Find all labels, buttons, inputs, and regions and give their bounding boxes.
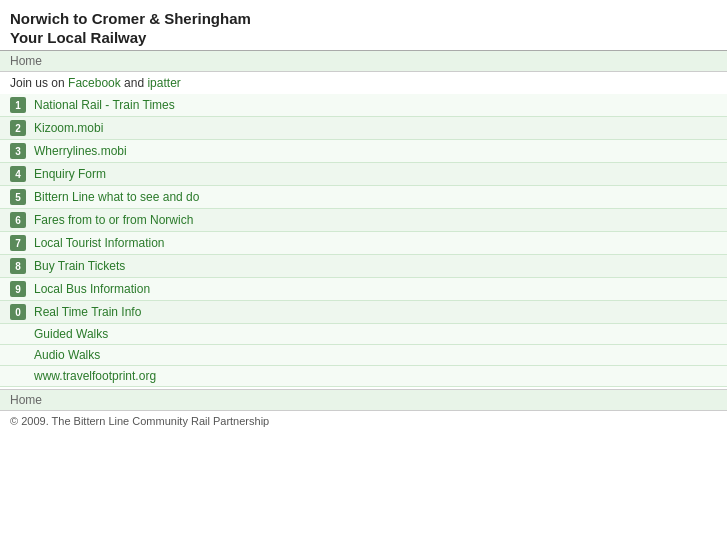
menu-badge: 6 bbox=[10, 212, 26, 228]
facebook-link[interactable]: Facebook bbox=[68, 76, 121, 90]
sub-link[interactable]: www.travelfootprint.org bbox=[34, 369, 156, 383]
sub-item-1[interactable]: Guided Walks bbox=[0, 324, 727, 345]
menu-badge: 9 bbox=[10, 281, 26, 297]
home-link-top[interactable]: Home bbox=[10, 54, 42, 68]
menu-link[interactable]: Buy Train Tickets bbox=[34, 259, 125, 273]
menu-list: 1National Rail - Train Times2Kizoom.mobi… bbox=[0, 94, 727, 324]
menu-item-3[interactable]: 3Wherrylines.mobi bbox=[0, 140, 727, 163]
menu-link[interactable]: Real Time Train Info bbox=[34, 305, 141, 319]
join-and-text: and bbox=[121, 76, 148, 90]
page-title-line2: Your Local Railway bbox=[10, 29, 717, 46]
menu-item-4[interactable]: 4Enquiry Form bbox=[0, 163, 727, 186]
menu-link[interactable]: Local Tourist Information bbox=[34, 236, 165, 250]
menu-link[interactable]: Wherrylines.mobi bbox=[34, 144, 127, 158]
page-header: Norwich to Cromer & Sheringham Your Loca… bbox=[0, 0, 727, 50]
menu-link[interactable]: Local Bus Information bbox=[34, 282, 150, 296]
bottom-home-bar[interactable]: Home bbox=[0, 389, 727, 411]
menu-link[interactable]: Kizoom.mobi bbox=[34, 121, 103, 135]
sub-item-3[interactable]: www.travelfootprint.org bbox=[0, 366, 727, 387]
menu-badge: 1 bbox=[10, 97, 26, 113]
ipatter-link[interactable]: ipatter bbox=[147, 76, 180, 90]
menu-badge: 0 bbox=[10, 304, 26, 320]
sub-list: Guided WalksAudio Walkswww.travelfootpri… bbox=[0, 324, 727, 387]
copyright-text: © 2009. The Bittern Line Community Rail … bbox=[0, 411, 727, 431]
menu-item-5[interactable]: 5Bittern Line what to see and do bbox=[0, 186, 727, 209]
top-home-bar[interactable]: Home bbox=[0, 51, 727, 72]
join-text: Join us on bbox=[10, 76, 68, 90]
menu-item-1[interactable]: 1National Rail - Train Times bbox=[0, 94, 727, 117]
home-link-bottom[interactable]: Home bbox=[10, 393, 42, 407]
menu-item-6[interactable]: 6Fares from to or from Norwich bbox=[0, 209, 727, 232]
join-bar: Join us on Facebook and ipatter bbox=[0, 72, 727, 94]
menu-badge: 3 bbox=[10, 143, 26, 159]
sub-link[interactable]: Guided Walks bbox=[34, 327, 108, 341]
menu-badge: 8 bbox=[10, 258, 26, 274]
menu-item-10[interactable]: 0Real Time Train Info bbox=[0, 301, 727, 324]
menu-item-9[interactable]: 9Local Bus Information bbox=[0, 278, 727, 301]
menu-item-7[interactable]: 7Local Tourist Information bbox=[0, 232, 727, 255]
menu-link[interactable]: Fares from to or from Norwich bbox=[34, 213, 193, 227]
menu-item-8[interactable]: 8Buy Train Tickets bbox=[0, 255, 727, 278]
menu-link[interactable]: Bittern Line what to see and do bbox=[34, 190, 199, 204]
menu-item-2[interactable]: 2Kizoom.mobi bbox=[0, 117, 727, 140]
menu-link[interactable]: Enquiry Form bbox=[34, 167, 106, 181]
menu-link[interactable]: National Rail - Train Times bbox=[34, 98, 175, 112]
menu-badge: 4 bbox=[10, 166, 26, 182]
menu-badge: 2 bbox=[10, 120, 26, 136]
page-title-line1: Norwich to Cromer & Sheringham bbox=[10, 8, 717, 29]
sub-link[interactable]: Audio Walks bbox=[34, 348, 100, 362]
sub-item-2[interactable]: Audio Walks bbox=[0, 345, 727, 366]
menu-badge: 5 bbox=[10, 189, 26, 205]
menu-badge: 7 bbox=[10, 235, 26, 251]
